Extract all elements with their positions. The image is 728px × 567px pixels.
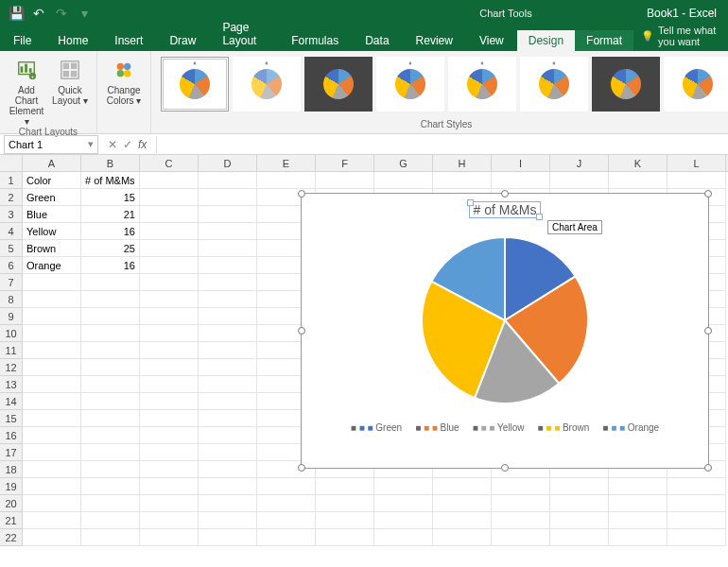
cell[interactable]	[140, 495, 199, 512]
cell[interactable]	[199, 223, 257, 240]
cell[interactable]	[609, 512, 667, 529]
row-header[interactable]: 10	[0, 325, 23, 342]
cell[interactable]	[81, 325, 140, 342]
tab-file[interactable]: File	[0, 30, 44, 51]
cell[interactable]	[81, 478, 140, 495]
cell[interactable]	[140, 393, 199, 410]
cell[interactable]	[140, 529, 199, 546]
tab-format[interactable]: Format	[575, 30, 633, 51]
cell[interactable]	[23, 325, 81, 342]
row-header[interactable]: 20	[0, 495, 23, 512]
quick-layout-button[interactable]: Quick Layout ▾	[49, 53, 91, 127]
cell[interactable]	[316, 512, 374, 529]
cell[interactable]	[81, 444, 140, 461]
plot-area[interactable]	[302, 218, 708, 415]
col-header-L[interactable]: L	[667, 155, 726, 171]
cell[interactable]	[492, 495, 550, 512]
cell[interactable]	[550, 495, 609, 512]
cell[interactable]	[492, 172, 550, 189]
resize-handle[interactable]	[298, 464, 305, 472]
cell[interactable]	[433, 529, 492, 546]
cell[interactable]	[81, 512, 140, 529]
cell[interactable]	[374, 478, 433, 495]
cell[interactable]	[433, 478, 492, 495]
cell[interactable]	[667, 478, 726, 495]
cell[interactable]	[550, 529, 609, 546]
resize-handle[interactable]	[704, 464, 712, 472]
cell[interactable]	[199, 410, 257, 427]
select-all-corner[interactable]	[0, 155, 23, 171]
tab-data[interactable]: Data	[352, 30, 402, 51]
chart-style-7[interactable]	[592, 57, 660, 112]
cell[interactable]	[316, 529, 374, 546]
cell[interactable]	[257, 495, 316, 512]
row-header[interactable]: 14	[0, 393, 23, 410]
undo-icon[interactable]: ↶	[28, 3, 49, 24]
row-header[interactable]: 3	[0, 206, 23, 223]
chevron-down-icon[interactable]: ▾	[88, 138, 94, 150]
cell[interactable]	[81, 342, 140, 359]
save-icon[interactable]: 💾	[6, 3, 26, 24]
chart-style-2[interactable]: #	[233, 57, 301, 112]
row-header[interactable]: 2	[0, 189, 23, 206]
tab-formulas[interactable]: Formulas	[278, 30, 352, 51]
cell[interactable]	[23, 461, 81, 478]
row-header[interactable]: 17	[0, 444, 23, 461]
chart-style-4[interactable]: #	[376, 57, 444, 112]
cell[interactable]	[199, 478, 257, 495]
redo-icon[interactable]: ↷	[51, 3, 72, 24]
row-header[interactable]: 4	[0, 223, 23, 240]
cell[interactable]	[667, 172, 726, 189]
cell[interactable]	[23, 512, 81, 529]
row-header[interactable]: 11	[0, 342, 23, 359]
cell[interactable]	[199, 172, 257, 189]
col-header-C[interactable]: C	[140, 155, 199, 171]
chart-title-text[interactable]: # of M&Ms	[469, 201, 542, 218]
add-chart-element-button[interactable]: + Add Chart Element ▾	[6, 53, 47, 127]
cell[interactable]: # of M&Ms	[81, 172, 140, 189]
cell[interactable]	[140, 189, 199, 206]
cell[interactable]	[140, 427, 199, 444]
resize-handle[interactable]	[298, 327, 305, 335]
row-header[interactable]: 21	[0, 512, 23, 529]
tab-review[interactable]: Review	[403, 30, 466, 51]
legend-item[interactable]: ■ Yellow	[473, 422, 525, 433]
cell[interactable]	[199, 325, 257, 342]
cell[interactable]	[140, 461, 199, 478]
cell[interactable]	[140, 223, 199, 240]
cell[interactable]	[199, 393, 257, 410]
change-colors-button[interactable]: Change Colors ▾	[103, 53, 145, 106]
chart-legend[interactable]: ■ Green■ Blue■ Yellow■ Brown■ Orange	[302, 415, 708, 433]
cell[interactable]	[374, 529, 433, 546]
cell[interactable]	[316, 495, 374, 512]
cell[interactable]	[374, 495, 433, 512]
cell[interactable]	[199, 240, 257, 257]
cell[interactable]	[199, 308, 257, 325]
cell[interactable]	[609, 495, 667, 512]
cell[interactable]	[199, 376, 257, 393]
cell[interactable]	[199, 291, 257, 308]
row-header[interactable]: 7	[0, 274, 23, 291]
cell[interactable]	[81, 308, 140, 325]
resize-handle[interactable]	[501, 190, 509, 198]
chart-style-5[interactable]: #	[448, 57, 516, 112]
cell[interactable]	[23, 410, 81, 427]
cell[interactable]: Orange	[23, 257, 81, 274]
col-header-F[interactable]: F	[316, 155, 374, 171]
cell[interactable]: Brown	[23, 240, 81, 257]
tell-me-search[interactable]: 💡 Tell me what you want	[633, 21, 728, 51]
legend-item[interactable]: ■ Blue	[415, 422, 459, 433]
cell[interactable]	[23, 291, 81, 308]
cell[interactable]	[23, 308, 81, 325]
chart-style-8[interactable]	[664, 57, 728, 112]
cell[interactable]	[23, 359, 81, 376]
row-header[interactable]: 1	[0, 172, 23, 189]
cell[interactable]	[550, 478, 609, 495]
col-header-A[interactable]: A	[23, 155, 81, 171]
cell[interactable]	[81, 359, 140, 376]
cell[interactable]	[140, 512, 199, 529]
cell[interactable]	[667, 495, 726, 512]
col-header-J[interactable]: J	[550, 155, 609, 171]
cell[interactable]: 21	[81, 206, 140, 223]
cell[interactable]	[433, 495, 492, 512]
